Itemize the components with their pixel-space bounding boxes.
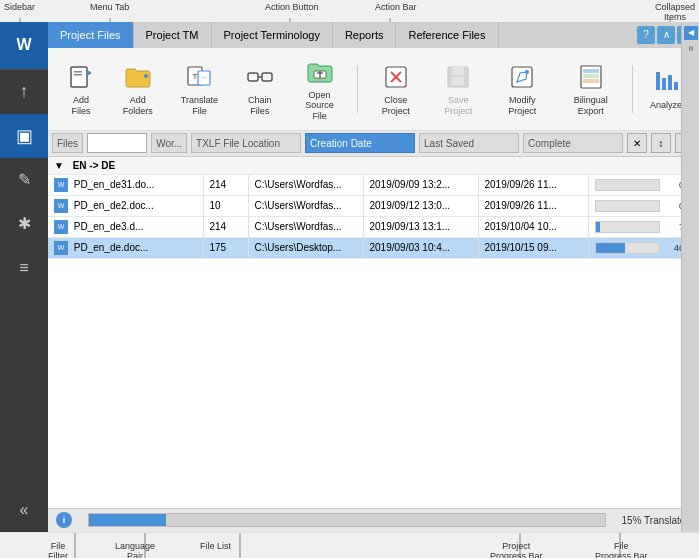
sidebar-item-upload[interactable]: ↑ xyxy=(0,70,48,114)
svg-rect-25 xyxy=(452,77,464,85)
anno-sidebar: Sidebar xyxy=(4,2,35,12)
chain-files-icon xyxy=(244,61,276,93)
save-project-icon xyxy=(442,61,474,93)
ribbon-separator-1 xyxy=(357,65,358,113)
project-progress-fill xyxy=(89,514,166,526)
modify-project-label: Modify Project xyxy=(499,95,545,117)
add-folders-label: Add Folders xyxy=(118,95,157,117)
main-layout: W ↑ ▣ ✎ ✱ ≡ « P xyxy=(0,22,699,532)
words-cell: 175 xyxy=(203,237,248,258)
bottom-annotations: FileFilter LanguagePair File List Projec… xyxy=(0,532,699,558)
sidebar-logo: W xyxy=(0,22,48,70)
svg-rect-32 xyxy=(656,72,660,90)
add-files-label: Add Files xyxy=(64,95,98,117)
open-source-file-icon xyxy=(304,56,336,88)
sidebar-item-settings[interactable]: ≡ xyxy=(0,246,48,290)
svg-text:→: → xyxy=(201,74,208,81)
chain-files-label: Chain Files xyxy=(241,95,278,117)
table-row[interactable]: W PD_en_de31.do... 214 C:\Users\Wordfas.… xyxy=(48,174,699,195)
analyze-label: Analyze xyxy=(650,100,682,111)
lang-group-label: ▼ EN -> DE xyxy=(48,157,699,175)
chain-files-button[interactable]: Chain Files xyxy=(233,57,286,121)
translate-file-icon: T→ xyxy=(183,61,215,93)
file-icon: W xyxy=(54,178,68,192)
bilingual-export-button[interactable]: Bilingual Export xyxy=(557,57,624,121)
progress-bar-fill xyxy=(596,243,625,253)
words-cell: 214 xyxy=(203,216,248,237)
add-files-icon xyxy=(65,61,97,93)
tab-project-files[interactable]: Project Files xyxy=(48,22,134,48)
anno-action-button: Action Button xyxy=(265,2,319,12)
location-cell: C:\Users\Desktop... xyxy=(248,237,363,258)
tab-reports[interactable]: Reports xyxy=(333,22,397,48)
status-bar: i 15% Translated xyxy=(48,508,699,532)
filter-sort-button[interactable]: ↕ xyxy=(651,133,671,153)
svg-rect-17 xyxy=(262,73,272,81)
add-files-button[interactable]: Add Files xyxy=(56,57,106,121)
close-project-button[interactable]: Close Project xyxy=(366,57,426,121)
sidebar-item-folder[interactable]: ▣ xyxy=(0,114,48,158)
progress-bar-bg xyxy=(595,200,661,212)
main-content: Project Files Project TM Project Termino… xyxy=(48,22,699,532)
svg-rect-5 xyxy=(71,67,87,87)
table-row[interactable]: W PD_en_de3.d... 214 C:\Users\Wordfas...… xyxy=(48,216,699,237)
tab-reference-files[interactable]: Reference Files xyxy=(396,22,498,48)
anno-language-pair: LanguagePair xyxy=(115,541,155,558)
svg-rect-24 xyxy=(452,67,464,75)
svg-rect-31 xyxy=(583,79,599,83)
anno-file-progress: FileProgress Bar xyxy=(595,541,648,558)
svg-rect-30 xyxy=(583,74,599,78)
svg-point-27 xyxy=(525,70,529,74)
xliff-col-label: TXLF File Location xyxy=(191,133,301,153)
anno-action-bar: Action Bar xyxy=(375,2,417,12)
sidebar-item-edit[interactable]: ✎ xyxy=(0,158,48,202)
lastsaved-cell: 2019/10/15 09... xyxy=(478,237,588,258)
last-saved-col-label: Last Saved xyxy=(419,133,519,153)
words-cell: 10 xyxy=(203,195,248,216)
svg-rect-16 xyxy=(248,73,258,81)
add-folders-button[interactable]: Add Folders xyxy=(110,57,165,121)
file-table: ▼ EN -> DE W PD_en_de31.do... 214 C:\Use xyxy=(48,157,699,259)
location-cell: C:\Users\Wordfas... xyxy=(248,216,363,237)
filter-clear-button[interactable]: ✕ xyxy=(627,133,647,153)
sidebar-item-collapse[interactable]: « xyxy=(0,488,48,532)
help-button[interactable]: ? xyxy=(637,26,655,44)
table-row[interactable]: W PD_en_de.doc... 175 C:\Users\Desktop..… xyxy=(48,237,699,258)
open-source-file-label: Open SourceFile xyxy=(298,90,341,122)
sidebar-item-tools[interactable]: ✱ xyxy=(0,202,48,246)
close-project-icon xyxy=(380,61,412,93)
translate-file-button[interactable]: T→ Translate File xyxy=(169,57,229,121)
svg-rect-26 xyxy=(512,67,532,87)
collapsed-item-1[interactable]: ◀ xyxy=(684,26,698,40)
tab-project-terminology[interactable]: Project Terminology xyxy=(212,22,333,48)
lastsaved-cell: 2019/09/26 11... xyxy=(478,195,588,216)
anno-file-filter: FileFilter xyxy=(48,541,68,558)
files-filter-input[interactable] xyxy=(87,133,147,153)
progress-bar-bg xyxy=(595,179,661,191)
analyze-icon xyxy=(650,66,682,98)
collapsed-item-label: ≡ xyxy=(686,46,696,51)
file-name-cell: W PD_en_de.doc... xyxy=(48,237,203,258)
file-name-cell: W PD_en_de31.do... xyxy=(48,174,203,195)
file-name-cell: W PD_en_de3.d... xyxy=(48,216,203,237)
progress-bar-fill xyxy=(596,222,600,232)
save-project-button[interactable]: Save Project xyxy=(430,57,487,121)
open-source-file-button[interactable]: Open SourceFile xyxy=(290,52,349,126)
file-icon: W xyxy=(54,220,68,234)
svg-text:T: T xyxy=(193,72,198,81)
creation-cell: 2019/09/13 13:1... xyxy=(363,216,478,237)
svg-rect-9 xyxy=(74,74,82,76)
lastsaved-cell: 2019/09/26 11... xyxy=(478,174,588,195)
table-row[interactable]: W PD_en_de2.doc... 10 C:\Users\Wordfas..… xyxy=(48,195,699,216)
close-project-label: Close Project xyxy=(374,95,418,117)
anno-project-progress: ProjectProgress Bar xyxy=(490,541,543,558)
lastsaved-cell: 2019/10/04 10... xyxy=(478,216,588,237)
modify-project-button[interactable]: Modify Project xyxy=(491,57,553,121)
creation-cell: 2019/09/09 13:2... xyxy=(363,174,478,195)
ribbon-separator-2 xyxy=(632,65,633,113)
file-name-cell: W PD_en_de2.doc... xyxy=(48,195,203,216)
project-progress-bar xyxy=(88,513,606,527)
creation-date-col-label: Creation Date xyxy=(305,133,415,153)
collapse-ribbon-button[interactable]: ∧ xyxy=(657,26,675,44)
tab-project-tm[interactable]: Project TM xyxy=(134,22,212,48)
